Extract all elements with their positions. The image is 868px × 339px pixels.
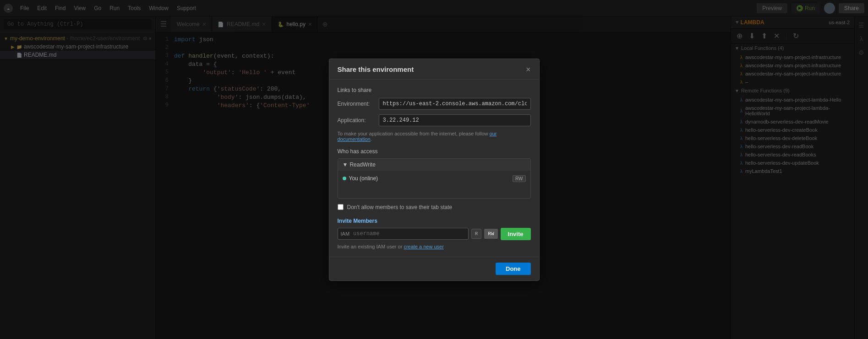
- perm-rw-button[interactable]: RW: [484, 229, 497, 239]
- checkbox-label: Don't allow members to save their tab st…: [347, 204, 453, 210]
- access-items: You (online) RW: [338, 171, 530, 198]
- create-new-user-link[interactable]: create a new user: [404, 244, 443, 249]
- invite-row: IAM R RW Invite: [338, 228, 531, 240]
- modal-close-button[interactable]: ×: [526, 65, 531, 74]
- invite-note: Invite an existing IAM user or create a …: [338, 244, 531, 249]
- done-button[interactable]: Done: [496, 263, 531, 275]
- modal-title: Share this environment: [338, 65, 414, 73]
- invite-input-wrap: IAM: [338, 228, 469, 240]
- access-item-you: You (online) RW: [338, 173, 530, 184]
- chevron-down-icon: ▼: [343, 161, 348, 168]
- modal-header: Share this environment ×: [329, 59, 539, 80]
- links-title: Links to share: [338, 87, 531, 93]
- app-note: To make your application accessible from…: [338, 131, 531, 142]
- app-input[interactable]: [379, 114, 531, 126]
- checkbox-row: Don't allow members to save their tab st…: [338, 204, 531, 210]
- access-section: ▼ ReadWrite You (online) RW: [338, 158, 531, 199]
- iam-label: IAM: [341, 231, 350, 237]
- readwrite-header[interactable]: ▼ ReadWrite: [338, 159, 530, 171]
- invite-title: Invite Members: [338, 218, 531, 224]
- env-label: Environment:: [338, 101, 379, 107]
- env-input[interactable]: [379, 98, 531, 110]
- who-access-title: Who has access: [338, 148, 531, 155]
- tab-state-checkbox[interactable]: [338, 204, 344, 210]
- share-modal: Share this environment × Links to share …: [329, 59, 540, 281]
- modal-overlay: Share this environment × Links to share …: [0, 0, 868, 339]
- online-indicator: [343, 177, 346, 180]
- app-label: Application:: [338, 117, 379, 124]
- invite-button[interactable]: Invite: [501, 228, 531, 240]
- modal-footer: Done: [329, 257, 539, 280]
- perm-r-button[interactable]: R: [471, 229, 482, 239]
- readwrite-label: ReadWrite: [349, 161, 375, 168]
- app-row: Application:: [338, 114, 531, 126]
- env-row: Environment:: [338, 98, 531, 110]
- user-badge: RW: [513, 175, 525, 182]
- modal-body: Links to share Environment: Application:…: [329, 80, 539, 257]
- user-name: You (online): [349, 175, 513, 182]
- invite-username-input[interactable]: [351, 228, 465, 239]
